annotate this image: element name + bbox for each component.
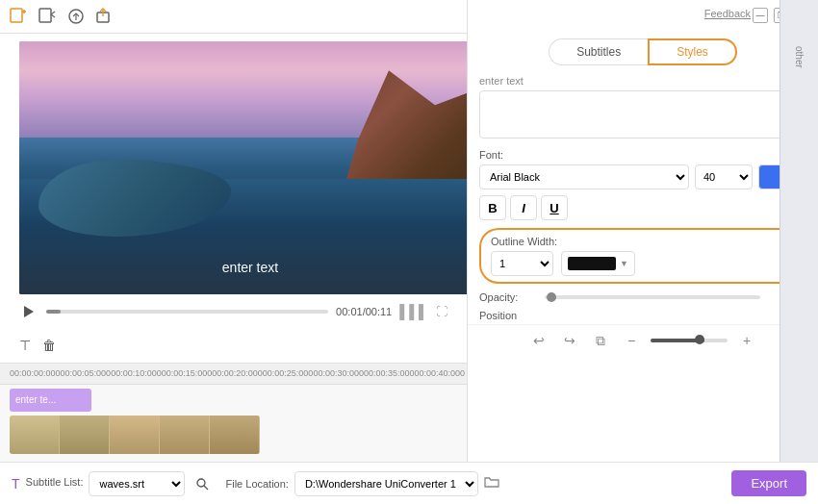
new-project-icon[interactable] [8, 6, 29, 27]
position-label: Position [479, 310, 517, 321]
opacity-slider[interactable] [545, 295, 760, 299]
feedback-link[interactable]: Feedback [704, 8, 751, 19]
zoom-in-button[interactable]: + [735, 329, 758, 352]
subtitle-file-area: T Subtitle List: waves.srt [12, 471, 214, 496]
time-display: 00:01/00:11 [336, 306, 392, 317]
outline-section: Outline Width: 1 ▼ [468, 224, 818, 288]
ruler-mark: 00:00:35:000 [364, 368, 415, 378]
timeline-tracks: enter te... [0, 385, 467, 462]
ruler-mark: 00:00:20:000 [212, 368, 263, 378]
opacity-label: Opacity: [479, 291, 537, 303]
svg-rect-0 [11, 9, 22, 22]
copy-button[interactable]: ⧉ [589, 329, 612, 352]
zoom-out-button[interactable]: − [620, 329, 643, 352]
font-family-select[interactable]: Arial Black [479, 164, 689, 189]
subtitle-list-label: Subtitle List: [26, 476, 84, 488]
font-label: Font: [479, 149, 806, 161]
zoom-handle [695, 335, 704, 344]
bottom-controls: ↩ ↪ ⧉ − + [468, 324, 818, 356]
capture-icon[interactable] [65, 6, 87, 27]
undo-button[interactable]: ↩ [527, 329, 550, 352]
tab-styles[interactable]: Styles [648, 38, 737, 65]
opacity-slider-handle[interactable] [547, 292, 556, 302]
folder-button[interactable] [484, 475, 499, 491]
video-thumb-1 [10, 416, 60, 454]
tabs-bar: Subtitles Styles [468, 29, 818, 71]
subtitle-track-text: enter te... [15, 394, 56, 405]
waveform-icon: ▌▌▌ [399, 304, 428, 319]
import-icon[interactable] [37, 6, 58, 27]
underline-button[interactable]: U [541, 195, 568, 220]
progress-bar-fill [46, 310, 61, 314]
footer-bar: T Subtitle List: waves.srt File Location… [0, 462, 818, 504]
file-location-select[interactable]: D:\Wondershare UniConverter 1 [294, 471, 478, 496]
timeline-area: 00:00:00:000 00:00:05:000 00:00:10:000 0… [0, 363, 467, 462]
style-buttons: B I U [479, 195, 806, 220]
top-toolbar [0, 0, 467, 34]
font-section: Font: Arial Black 40 B I U [468, 145, 818, 224]
outline-color-picker[interactable]: ▼ [561, 251, 635, 276]
file-location-area: File Location: D:\Wondershare UniConvert… [225, 471, 720, 496]
fullscreen-icon[interactable]: ⛶ [436, 305, 447, 318]
video-thumb-4 [160, 416, 210, 454]
ruler-mark: 00:00:00:000 [10, 368, 61, 378]
text-input-section: enter text [468, 71, 818, 145]
svg-line-11 [204, 486, 208, 490]
video-controls: 00:01/00:11 ▌▌▌ ⛶ [0, 294, 467, 328]
play-button[interactable] [19, 302, 38, 321]
text-input[interactable] [479, 90, 806, 139]
italic-button[interactable]: I [510, 195, 537, 220]
search-button[interactable] [191, 472, 214, 495]
opacity-section: Opacity: 0/100 [468, 288, 818, 307]
ruler-mark: 00:00:25:000 [263, 368, 314, 378]
video-text-overlay: enter text [222, 260, 278, 275]
outline-size-select[interactable]: 1 [491, 251, 553, 276]
video-bottom-toolbar: ⊤ 🗑 [0, 329, 467, 363]
outline-box: Outline Width: 1 ▼ [479, 228, 806, 284]
svg-point-10 [197, 479, 205, 487]
subtitle-icon: T [12, 476, 20, 491]
ruler-mark: 00:00:40:000 [415, 368, 466, 378]
video-thumb-3 [110, 416, 160, 454]
video-thumb-5 [210, 416, 260, 454]
export-button[interactable]: Export [731, 470, 806, 496]
outline-label: Outline Width: [491, 236, 795, 247]
zoom-slider[interactable] [651, 339, 728, 342]
subtitle-file-select[interactable]: waves.srt [89, 471, 185, 496]
right-panel: Feedback — ❐ ✕ Subtitles Styles enter te… [467, 0, 818, 462]
font-size-select[interactable]: 40 [695, 164, 753, 189]
svg-rect-3 [39, 9, 51, 22]
bold-button[interactable]: B [479, 195, 506, 220]
export-small-icon[interactable] [94, 6, 115, 27]
video-thumb-2 [60, 416, 110, 454]
progress-bar[interactable] [46, 310, 328, 314]
minimize-button[interactable]: — [753, 8, 768, 23]
video-track[interactable] [10, 416, 260, 454]
position-section: Position [468, 307, 818, 324]
delete-icon[interactable]: 🗑 [42, 338, 56, 353]
outline-color-swatch [568, 257, 616, 270]
file-location-label: File Location: [225, 478, 288, 490]
video-preview: enter text [19, 41, 481, 294]
subtitle-tool-icon[interactable]: ⊤ [19, 338, 31, 353]
subtitle-track[interactable]: enter te... [10, 389, 91, 412]
tab-subtitles[interactable]: Subtitles [549, 38, 648, 65]
ruler-mark: 00:00:15:000 [162, 368, 213, 378]
redo-button[interactable]: ↪ [558, 329, 581, 352]
other-label: other [794, 46, 805, 68]
text-input-label: enter text [479, 75, 806, 87]
svg-marker-9 [24, 306, 34, 317]
timeline-ruler: 00:00:00:000 00:00:05:000 00:00:10:000 0… [0, 364, 467, 385]
chevron-down-icon: ▼ [620, 259, 628, 268]
ruler-mark: 00:00:30:000 [313, 368, 364, 378]
far-right-panel: other [780, 0, 818, 462]
ruler-mark: 00:00:10:000 [111, 368, 162, 378]
ruler-mark: 00:00:05:000 [61, 368, 112, 378]
